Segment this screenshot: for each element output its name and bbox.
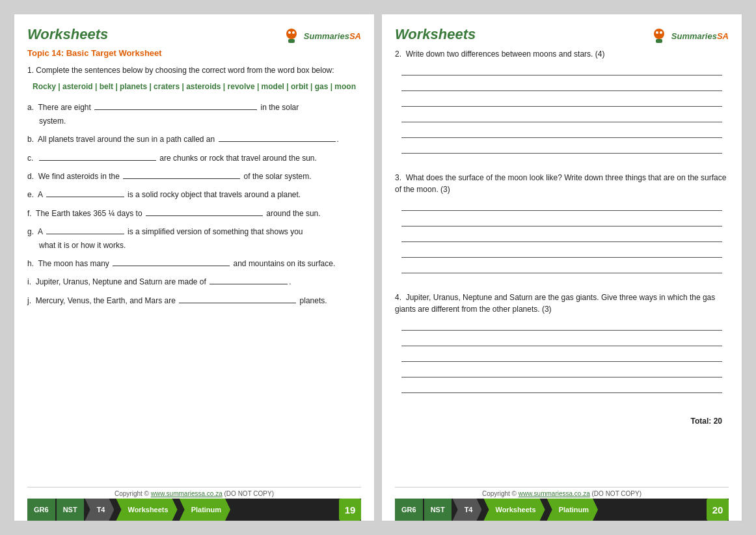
answer-line	[401, 126, 722, 138]
pages-container: Worksheets SummariesSA Topic 14: Basic T…	[14, 14, 742, 521]
page2-copyright-link[interactable]: www.summariessa.co.za	[519, 490, 590, 497]
sentence-i: i. Jupiter, Uranus, Neptune and Saturn a…	[27, 275, 361, 288]
page2-q3: 3. What does the surface of the moon loo…	[395, 172, 729, 282]
blank-g	[46, 234, 124, 234]
sentence-g: g. A is a simplified version of somethin…	[27, 225, 361, 252]
page2-q4-text: 4. Jupiter, Uranus, Neptune and Saturn a…	[395, 292, 729, 315]
svg-point-0	[286, 29, 297, 39]
page2-q4: 4. Jupiter, Uranus, Neptune and Saturn a…	[395, 292, 729, 402]
svg-point-7	[660, 31, 662, 34]
answer-line	[401, 262, 722, 273]
page2-q2-lines	[395, 64, 729, 154]
svg-point-2	[288, 31, 291, 34]
sentence-j: j. Mercury, Venus, the Earth, and Mars a…	[27, 294, 361, 307]
blank-f	[146, 215, 263, 216]
page2-footer: Copyright © www.summariessa.co.za (DO NO…	[395, 482, 729, 521]
page1-q1-intro: 1. Complete the sentences below by choos…	[27, 64, 361, 76]
page1-title: Worksheets	[27, 26, 108, 43]
answer-line	[401, 335, 722, 346]
answer-line	[401, 142, 722, 154]
blank-b	[219, 141, 336, 142]
page1-copyright: Copyright © www.summariessa.co.za (DO NO…	[27, 487, 361, 499]
page2-q2-text: 2. Write down two differences between mo…	[395, 48, 729, 60]
page2-header: Worksheets SummariesSA	[395, 26, 729, 46]
page2-q3-lines	[395, 199, 729, 273]
svg-point-3	[292, 31, 295, 34]
page1-page-number: 19	[339, 499, 361, 521]
page1-logo: SummariesSA	[282, 26, 361, 46]
page2-nav-subject: NST	[424, 499, 452, 521]
answer-line	[401, 215, 722, 226]
answer-line	[401, 95, 722, 107]
answer-line	[401, 79, 722, 91]
page1-header: Worksheets SummariesSA	[27, 26, 361, 46]
answer-line	[401, 111, 722, 122]
blank-c	[39, 160, 156, 161]
page2-q4-lines	[395, 319, 729, 393]
page2-nav-level: Platinum	[547, 499, 598, 521]
page2-q2: 2. Write down two differences between mo…	[395, 48, 729, 163]
answer-line	[401, 230, 722, 242]
page-1: Worksheets SummariesSA Topic 14: Basic T…	[14, 14, 375, 521]
blank-i	[209, 284, 288, 284]
page1-topic: Topic 14: Basic Target Worksheet	[27, 48, 361, 58]
answer-line	[401, 246, 722, 258]
page1-nav-term: T4	[85, 499, 115, 521]
sentence-h: h. The moon has many and mountains on it…	[27, 257, 361, 270]
page1-word-box: Rocky | asteroid | belt | planets | crat…	[27, 80, 361, 93]
blank-a	[94, 109, 257, 110]
blank-e	[46, 197, 124, 197]
answer-line	[401, 199, 722, 211]
logo-icon	[282, 26, 301, 46]
sentence-e: e. A is a solid rocky object that travel…	[27, 188, 361, 201]
sentence-f: f. The Earth takes 365 ¼ days to around …	[27, 207, 361, 220]
sentence-a: a. There are eight in the solar system.	[27, 101, 361, 128]
blank-h	[113, 266, 230, 266]
page2-total: Total: 20	[395, 417, 729, 426]
answer-line	[401, 64, 722, 75]
page-2: Worksheets SummariesSA 2. Write down two…	[381, 14, 742, 521]
answer-line	[401, 350, 722, 362]
answer-line	[401, 366, 722, 377]
svg-point-6	[656, 31, 658, 34]
page2-logo-icon	[649, 26, 669, 46]
sentence-c: c. are chunks or rock that travel around…	[27, 152, 361, 165]
page2-nav-section: Worksheets	[483, 499, 545, 521]
sentence-b: b. All planets travel around the sun in …	[27, 133, 361, 146]
page1-nav-level: Platinum	[180, 499, 230, 521]
page2-title: Worksheets	[395, 26, 476, 43]
page1-nav-grade: GR6	[27, 499, 55, 521]
logo-text: SummariesSA	[304, 31, 361, 41]
answer-line	[401, 319, 722, 331]
svg-rect-1	[288, 39, 295, 43]
sentence-d: d. We find asteroids in the of the solar…	[27, 170, 361, 183]
page2-page-number: 20	[707, 499, 729, 521]
page2-copyright: Copyright © www.summariessa.co.za (DO NO…	[395, 487, 729, 499]
page1-footer: Copyright © www.summariessa.co.za (DO NO…	[27, 482, 361, 521]
page2-nav-term: T4	[453, 499, 482, 521]
blank-d	[123, 178, 240, 179]
answer-line	[401, 381, 722, 393]
page2-logo: SummariesSA	[649, 26, 729, 46]
blank-j	[179, 303, 296, 303]
svg-point-4	[654, 29, 664, 39]
page1-nav-section: Worksheets	[116, 499, 177, 521]
page2-logo-text: SummariesSA	[671, 31, 729, 41]
page2-nav: GR6 NST T4 Worksheets Platinum 20	[395, 499, 729, 521]
page1-nav-subject: NST	[57, 499, 84, 521]
page1-copyright-link[interactable]: www.summariessa.co.za	[151, 490, 223, 497]
page2-nav-grade: GR6	[395, 499, 423, 521]
svg-rect-5	[656, 39, 662, 43]
page2-q3-text: 3. What does the surface of the moon loo…	[395, 172, 729, 195]
page1-nav: GR6 NST T4 Worksheets Platinum 19	[27, 499, 361, 521]
